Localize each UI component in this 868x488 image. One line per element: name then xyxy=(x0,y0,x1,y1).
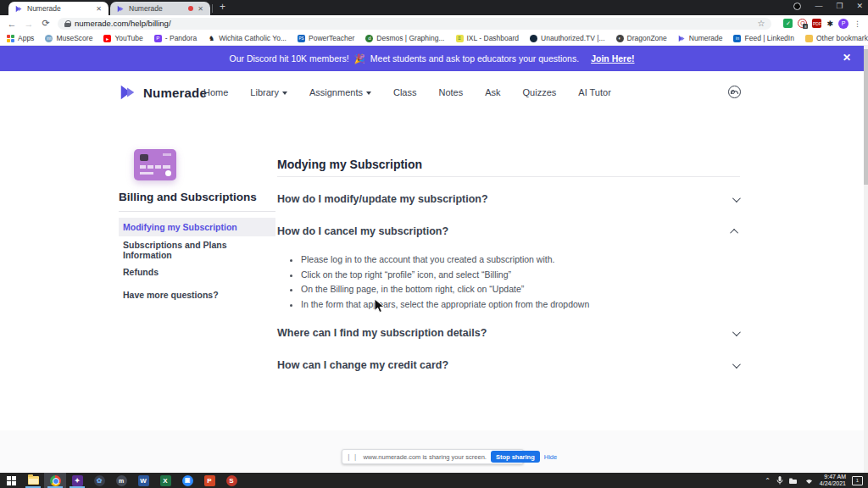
numerade-icon xyxy=(678,35,686,42)
onedrive-icon[interactable] xyxy=(789,477,798,485)
start-button[interactable] xyxy=(0,473,22,488)
forward-button[interactable]: → xyxy=(20,19,37,29)
nav-ask[interactable]: Ask xyxy=(485,87,500,97)
numerade-logo-icon xyxy=(119,83,137,102)
taskbar-photos-app[interactable]: ✦ xyxy=(66,473,88,488)
recorder-icon[interactable] xyxy=(793,3,801,10)
bookmark-wichita[interactable]: ♞Wichita Catholic Yo... xyxy=(208,34,287,42)
bookmark-musescore[interactable]: mMuseScore xyxy=(45,34,92,42)
extension-blocker-icon[interactable]: O8 xyxy=(798,19,807,28)
chevron-down-icon[interactable] xyxy=(732,328,741,336)
extension-pdf-icon[interactable]: PDF xyxy=(812,19,821,28)
wichita-icon: ♞ xyxy=(208,35,215,42)
list-item: Click on the top right “profile” icon, a… xyxy=(301,269,732,280)
mouse-cursor xyxy=(374,298,386,313)
numerade-favicon xyxy=(117,5,125,13)
extension-check-icon[interactable]: ✓ xyxy=(783,19,793,28)
nav-quizzes[interactable]: Quizzes xyxy=(523,87,557,97)
folder-icon xyxy=(805,35,813,42)
tab-close-icon[interactable]: ✕ xyxy=(96,5,102,13)
taskbar-settings-app[interactable]: ✿ xyxy=(88,473,110,488)
notification-badge: 1 xyxy=(856,478,859,483)
nav-home[interactable]: Home xyxy=(203,87,228,97)
extensions-pin-icon[interactable]: ✱ xyxy=(826,19,833,28)
bookmark-numerade[interactable]: Numerade xyxy=(678,34,723,42)
chevron-down-icon xyxy=(282,92,287,95)
apps-grid-icon xyxy=(7,35,14,42)
bookmark-youtube[interactable]: ▸YouTube xyxy=(103,34,142,42)
bookmark-pandora[interactable]: P- Pandora xyxy=(154,34,197,42)
bookmark-linkedin[interactable]: inFeed | LinkedIn xyxy=(733,34,793,42)
taskbar-zoom[interactable]: ▣ xyxy=(176,473,198,488)
faq-modify-update[interactable]: How do I modify/update my subscription? xyxy=(277,193,740,205)
faq-cancel[interactable]: How do I cancel my subscription? xyxy=(277,225,740,237)
taskbar-chrome[interactable] xyxy=(44,473,66,488)
pandora-icon: P xyxy=(154,35,162,42)
tray-time: 9:47 AM xyxy=(820,474,846,480)
lock-icon xyxy=(64,20,70,27)
other-bookmarks[interactable]: Other bookmarks xyxy=(805,34,868,42)
bookmark-powerteacher[interactable]: PSPowerTeacher xyxy=(298,34,354,42)
nav-library[interactable]: Library xyxy=(250,87,287,97)
banner-close-icon[interactable]: ✕ xyxy=(843,52,851,64)
sidebar-item-subscriptions-plans[interactable]: Subscriptions and Plans Information xyxy=(119,241,275,259)
taskbar-musescore[interactable]: m xyxy=(110,473,132,488)
faq-subscription-details[interactable]: Where can I find my subscription details… xyxy=(277,327,740,339)
chevron-down-icon[interactable] xyxy=(732,194,741,202)
scrollbar-thumb[interactable] xyxy=(864,49,868,185)
bookmark-desmos[interactable]: dDesmos | Graphing... xyxy=(365,34,444,42)
brand-name: Numerade xyxy=(143,86,207,100)
browser-profile-avatar[interactable]: P xyxy=(838,19,849,29)
bookmark-star-icon[interactable]: ☆ xyxy=(757,19,765,28)
taskbar-file-explorer[interactable] xyxy=(22,473,44,488)
taskbar-excel[interactable]: X xyxy=(154,473,176,488)
hide-link[interactable]: Hide xyxy=(544,453,557,461)
stop-sharing-button[interactable]: Stop sharing xyxy=(491,451,540,463)
taskbar-word[interactable]: W xyxy=(132,473,154,488)
browser-tab-active[interactable]: Numerade ✕ xyxy=(8,2,108,15)
join-here-link[interactable]: Join Here! xyxy=(591,53,634,64)
nav-class[interactable]: Class xyxy=(393,87,417,97)
nav-assignments[interactable]: Assignments xyxy=(309,87,371,97)
bookmark-ixl[interactable]: ≡IXL - Dashboard xyxy=(456,34,520,42)
minimize-button[interactable]: — xyxy=(815,2,822,10)
taskbar-smartmusic[interactable]: S xyxy=(220,473,242,488)
folder-icon xyxy=(28,476,39,485)
faq-change-credit-card[interactable]: How can I change my credit card? xyxy=(277,359,740,371)
sidebar-item-refunds[interactable]: Refunds xyxy=(119,263,275,281)
nav-ai-tutor[interactable]: AI Tutor xyxy=(578,87,611,97)
address-bar[interactable]: numerade.com/help/billing/ ☆ xyxy=(58,18,771,30)
taskbar-clock[interactable]: 9:47 AM 4/24/2021 xyxy=(820,474,846,487)
numerade-favicon xyxy=(15,5,23,13)
wifi-icon[interactable] xyxy=(804,477,814,485)
chrome-icon xyxy=(50,475,61,486)
party-popper-icon: 🎉 xyxy=(354,53,365,64)
sidebar-item-modifying-subscription[interactable]: Modifying my Subscription xyxy=(119,218,275,236)
bookmark-apps[interactable]: Apps xyxy=(7,34,34,42)
browser-menu-icon[interactable]: ⋮ xyxy=(854,19,861,28)
tab-close-icon[interactable]: ✕ xyxy=(198,5,203,13)
url-text[interactable]: numerade.com/help/billing/ xyxy=(75,19,171,28)
chevron-up-icon[interactable] xyxy=(730,228,738,236)
tray-expand-icon[interactable]: ⌃ xyxy=(765,477,771,485)
sidebar-item-more-questions[interactable]: Have more questions? xyxy=(119,286,275,304)
browser-tab-strip: Numerade ✕ Numerade ✕ + — ❐ ✕ xyxy=(0,0,868,15)
maximize-button[interactable]: ❐ xyxy=(836,2,843,10)
browser-tab-inactive[interactable]: Numerade ✕ xyxy=(110,2,210,15)
numerade-logo[interactable]: Numerade xyxy=(119,83,207,102)
taskbar-powerpoint[interactable]: P xyxy=(198,473,220,488)
profile-icon[interactable] xyxy=(728,86,741,98)
new-tab-button[interactable]: + xyxy=(220,1,225,13)
notification-center-icon[interactable]: 1 xyxy=(852,476,863,485)
word-icon: W xyxy=(138,475,149,486)
bookmark-dragonzone[interactable]: ◐DragonZone xyxy=(616,34,667,42)
banner-text2: Meet students and ask top educators your… xyxy=(370,53,579,64)
list-item: Please log in to the account that you cr… xyxy=(301,254,732,264)
chevron-down-icon[interactable] xyxy=(732,360,741,369)
nav-notes[interactable]: Notes xyxy=(438,87,463,97)
back-button[interactable]: ← xyxy=(3,19,20,29)
bookmark-unauthorizedtv[interactable]: Unauthorized.TV |... xyxy=(530,34,604,42)
close-window-button[interactable]: ✕ xyxy=(856,2,863,10)
reload-button[interactable]: ⟳ xyxy=(37,18,54,29)
microphone-icon[interactable] xyxy=(776,476,783,485)
